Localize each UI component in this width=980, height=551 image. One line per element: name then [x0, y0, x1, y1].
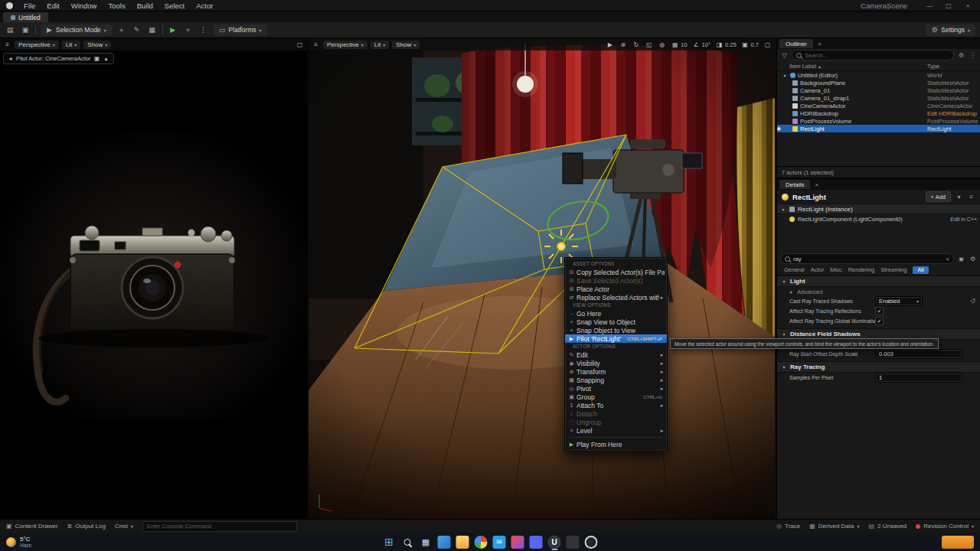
- content-drawer-button[interactable]: ▣ Content Drawer: [6, 523, 58, 530]
- outliner-row[interactable]: BackgroundPlane StaticMeshActor: [777, 79, 980, 86]
- level-viewport[interactable]: ≡ Perspective ▾ Lit ▾ Show ▾ ▶ ⊕ ↻ ◱ ◍ ▦: [309, 38, 775, 519]
- world-space-icon[interactable]: ◍: [658, 41, 666, 48]
- output-log-button[interactable]: ≣ Output Log: [67, 523, 106, 530]
- maximize-viewport-icon[interactable]: ▢: [296, 41, 304, 48]
- skip-button[interactable]: »: [183, 26, 194, 34]
- scale-snap-toggle[interactable]: ◨ 0.25: [715, 41, 737, 48]
- menu-item-transform[interactable]: ⊕ Transform ▸: [565, 367, 667, 376]
- lit-dropdown[interactable]: Lit ▾: [62, 41, 80, 49]
- lit-dropdown[interactable]: Lit ▾: [371, 41, 389, 49]
- filter-funnel-icon[interactable]: ▽: [780, 52, 789, 59]
- task-view-icon[interactable]: ▦: [420, 536, 433, 549]
- outliner-search-box[interactable]: [792, 50, 954, 60]
- visibility-eye-icon[interactable]: ◉: [777, 126, 782, 132]
- expand-caret-icon[interactable]: ▾: [782, 73, 788, 78]
- trace-button[interactable]: ◎ Trace: [776, 523, 800, 530]
- show-dropdown[interactable]: Show ▾: [83, 41, 111, 49]
- minimize-icon[interactable]: —: [920, 2, 939, 9]
- rotation-snap-toggle[interactable]: ∠ 10°: [692, 41, 710, 48]
- expand-sections-icon[interactable]: ▾: [955, 194, 963, 201]
- select-tool-icon[interactable]: ▶: [606, 41, 614, 48]
- maximize-icon[interactable]: ▢: [939, 2, 958, 9]
- close-icon[interactable]: ×: [815, 181, 818, 188]
- filter-rendering[interactable]: Rendering: [848, 266, 875, 273]
- widgets-icon[interactable]: [438, 536, 451, 549]
- outliner-row[interactable]: Camera_01_strap1 StaticMeshActor: [777, 94, 980, 102]
- details-settings-icon[interactable]: ⚙: [969, 256, 977, 262]
- rotate-tool-icon[interactable]: ↻: [632, 41, 640, 48]
- menu-window[interactable]: Window: [66, 0, 103, 11]
- outliner-row[interactable]: CineCameraActor CineCameraActor: [777, 102, 980, 109]
- obs-icon[interactable]: [585, 536, 598, 549]
- checkbox-checked[interactable]: ✓: [875, 307, 884, 315]
- reset-to-default-icon[interactable]: ↺: [970, 298, 975, 305]
- start-icon[interactable]: ⊞: [383, 536, 396, 549]
- unsaved-button[interactable]: ▤ 2 Unsaved: [868, 523, 906, 530]
- search-icon[interactable]: [401, 536, 414, 549]
- filter-all[interactable]: All: [913, 266, 928, 274]
- blueprint-icon[interactable]: ✎: [132, 26, 142, 34]
- outliner-row[interactable]: PostProcessVolume PostProcessVolume: [777, 117, 980, 125]
- column-item-label[interactable]: Item Label: [789, 63, 816, 70]
- menu-build[interactable]: Build: [132, 0, 158, 11]
- platforms-dropdown[interactable]: ▭ Platforms ▾: [214, 24, 267, 36]
- content-browser-icon[interactable]: ▣: [20, 26, 31, 34]
- menu-actor[interactable]: Actor: [191, 0, 218, 11]
- edit-in-cpp-link[interactable]: Edit in C++: [950, 217, 977, 222]
- menu-item-visibility[interactable]: ◉ Visibility ▸: [565, 359, 667, 367]
- column-type[interactable]: Type: [927, 63, 939, 70]
- save-icon[interactable]: ▤: [5, 26, 15, 34]
- derived-data-dropdown[interactable]: ▦ Derived Data ▾: [809, 523, 859, 530]
- scale-tool-icon[interactable]: ◱: [645, 41, 653, 48]
- outliner-more-icon[interactable]: ⋮: [969, 52, 977, 59]
- menu-select[interactable]: Select: [159, 0, 190, 11]
- menu-item-replace-actors[interactable]: ⇄ Replace Selected Actors with ▸: [565, 293, 667, 302]
- menu-tools[interactable]: Tools: [103, 0, 130, 11]
- menu-item-level[interactable]: ≡ Level ▸: [565, 426, 667, 435]
- pilot-viewport[interactable]: ≡ Perspective ▾ Lit ▾ Show ▾ ▢ ◂ Pilot A…: [0, 38, 309, 519]
- actor-type-link[interactable]: Edit HDRIBackdrop: [927, 110, 978, 117]
- menu-item-snap-view-to-object[interactable]: ⌖ Snap View to Object: [565, 318, 667, 326]
- menu-item-pivot[interactable]: ◎ Pivot ▸: [565, 384, 667, 393]
- selection-mode-dropdown[interactable]: ▶ Selection Mode ▾: [41, 24, 112, 36]
- photos-icon[interactable]: [511, 536, 524, 549]
- outliner-search-input[interactable]: [805, 52, 949, 59]
- back-icon[interactable]: ◂: [8, 55, 13, 62]
- camera-speed-control[interactable]: ▣ 0.7: [741, 41, 759, 48]
- filter-general[interactable]: General: [784, 266, 805, 273]
- grid-snap-toggle[interactable]: ▦ 10: [671, 41, 687, 48]
- close-icon[interactable]: ×: [818, 41, 822, 47]
- play-button[interactable]: ▶: [168, 26, 178, 34]
- file-explorer-icon[interactable]: [456, 536, 469, 549]
- notification-badge[interactable]: [942, 536, 974, 549]
- ray-start-offset-field[interactable]: 0.003: [875, 349, 962, 359]
- menu-edit[interactable]: Edit: [41, 0, 64, 11]
- menu-item-snapping[interactable]: ▦ Snapping ▸: [565, 376, 667, 384]
- menu-item-edit[interactable]: ✎ Edit ▸: [565, 350, 667, 359]
- discord-icon[interactable]: [530, 536, 543, 549]
- menu-item-go-here[interactable]: → Go Here: [565, 309, 667, 318]
- samples-per-pixel-field[interactable]: 1: [875, 373, 962, 383]
- outliner-row[interactable]: HDRIBackdrop Edit HDRIBackdrop: [777, 109, 980, 117]
- tab-untitled[interactable]: Untitled: [3, 12, 48, 22]
- expand-caret-icon[interactable]: ▾: [780, 207, 786, 212]
- outliner-row[interactable]: Camera_01 StaticMeshActor: [777, 86, 980, 94]
- eject-icon[interactable]: ▴: [103, 55, 109, 62]
- move-tool-icon[interactable]: ⊕: [619, 41, 627, 48]
- filter-streaming[interactable]: Streaming: [880, 266, 906, 273]
- menu-item-copy-file-path[interactable]: ⊟ Copy Selected Actor(s) File Path: [565, 268, 667, 276]
- tab-details[interactable]: Details: [779, 180, 810, 189]
- mail-icon[interactable]: ✉: [493, 536, 506, 549]
- add-component-button[interactable]: + Add: [926, 191, 951, 202]
- perspective-dropdown[interactable]: Perspective ▾: [15, 41, 59, 49]
- favorites-icon[interactable]: ◉: [957, 256, 965, 262]
- perspective-dropdown[interactable]: Perspective ▾: [323, 41, 368, 49]
- outliner-row-selected[interactable]: ◉ RectLight RectLight: [777, 125, 980, 132]
- menu-item-pilot-rectlight[interactable]: ▶ Pilot 'RectLight' CTRL+SHIFT+P: [565, 334, 667, 343]
- outliner-settings-icon[interactable]: ⚙: [957, 52, 965, 59]
- filter-actor[interactable]: Actor: [811, 266, 825, 273]
- sequencer-icon[interactable]: ▦: [147, 26, 158, 34]
- viewport-menu-icon[interactable]: ≡: [312, 41, 320, 48]
- cmd-dropdown[interactable]: Cmd ▾: [115, 523, 133, 530]
- section-light[interactable]: ▾ Light: [777, 276, 980, 287]
